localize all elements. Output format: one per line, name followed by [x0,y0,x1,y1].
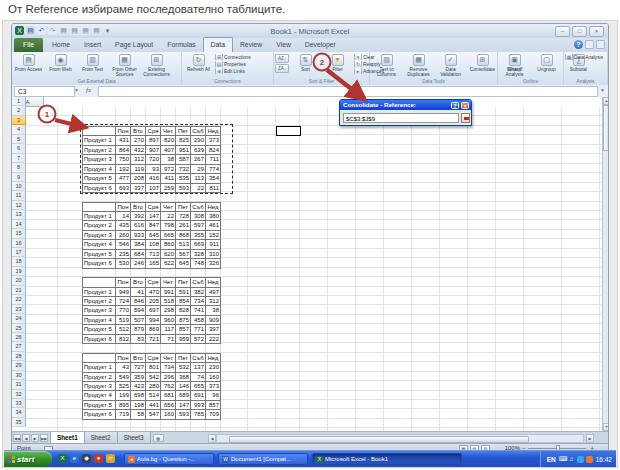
table-cell[interactable]: 993 [191,401,206,410]
table-cell[interactable]: 909 [206,316,221,325]
row-header-4[interactable]: 4 [12,125,26,134]
table-cell[interactable]: 146 [176,382,191,391]
close-button[interactable]: × [589,26,604,37]
horizontal-scroll-track[interactable] [216,434,584,443]
table-cell[interactable]: 147 [176,401,191,410]
table-day-header[interactable]: Съб [191,278,206,287]
ribbon-button-ungroup[interactable]: ▢Ungroup [531,53,562,72]
restore-button[interactable]: □ [572,26,587,37]
row-header-10[interactable]: 10 [12,182,26,191]
table-row-label[interactable]: Продукт 5 [83,250,116,259]
ribbon-button-from-other-sources[interactable]: ▦From Other Sources [109,53,140,78]
table-cell[interactable]: 812 [116,335,131,344]
table-cell[interactable]: 58 [131,410,146,419]
table-cell[interactable]: 435 [116,221,131,230]
formula-input[interactable] [98,86,598,97]
row-header-21[interactable]: 21 [12,286,26,295]
table-cell[interactable]: 681 [161,391,176,400]
table-cell[interactable]: 458 [191,316,206,325]
table-cell[interactable]: 152 [206,231,221,240]
table-cell[interactable]: 801 [146,363,161,372]
row-header-5[interactable]: 5 [12,135,26,144]
row-header-25[interactable]: 25 [12,324,26,333]
ribbon-button-from-web[interactable]: ◉From Web [45,53,76,72]
table-cell[interactable]: 594 [131,306,146,315]
row-header-16[interactable]: 16 [12,239,26,248]
table-cell[interactable]: 734 [191,297,206,306]
table-cell[interactable]: 771 [191,325,206,334]
quicklaunch-app-red-icon[interactable]: ● [94,454,103,463]
first-sheet-icon[interactable]: ◀◀ [13,434,21,442]
dialog-title-bar[interactable]: Consolidate - Reference: ? × [340,100,471,110]
table-cell[interactable]: 857 [206,401,221,410]
table-cell[interactable]: 960 [161,316,176,325]
table-cell[interactable]: 43 [116,363,131,372]
row-header-6[interactable]: 6 [12,144,26,153]
row-header-30[interactable]: 30 [12,371,26,380]
ribbon-button-group[interactable]: ▣Group [499,53,530,72]
table-cell[interactable]: 296 [161,373,176,382]
table-row-label[interactable]: Продукт 1 [83,288,116,297]
table-cell[interactable]: 591 [176,288,191,297]
row-header-27[interactable]: 27 [12,342,26,351]
table-cell[interactable]: 847 [146,221,161,230]
table-cell[interactable]: 991 [161,288,176,297]
table-day-header[interactable]: Пон [116,203,131,212]
row-header-12[interactable]: 12 [12,201,26,210]
table-cell[interactable]: 959 [176,335,191,344]
tab-file[interactable]: File [14,38,43,52]
vertical-scrollbar[interactable]: ▲ ▼ [602,97,609,431]
table-cell[interactable]: 514 [146,391,161,400]
table-cell[interactable]: 312 [206,297,221,306]
horizontal-scrollbar[interactable]: ◀ ▶ [208,434,594,443]
table-cell[interactable]: 470 [146,288,161,297]
row-header-14[interactable]: 14 [12,220,26,229]
table-cell[interactable]: 616 [131,221,146,230]
table-day-header[interactable]: Нед [206,203,221,212]
table-cell[interactable]: 423 [131,382,146,391]
table-day-header[interactable]: Съб [191,354,206,363]
table-cell[interactable]: 879 [131,325,146,334]
scroll-right-icon[interactable]: ▶ [586,434,594,443]
ribbon-button-refresh-all[interactable]: ↻Refresh All [183,53,214,72]
table-cell[interactable]: 828 [176,306,191,315]
table-cell[interactable]: 280 [146,382,161,391]
row-header-8[interactable]: 8 [12,163,26,172]
table-cell[interactable]: 83 [131,335,146,344]
row-header-1[interactable]: 1 [12,97,26,106]
table-cell[interactable]: 770 [116,306,131,315]
row-header-22[interactable]: 22 [12,295,26,304]
table-cell[interactable]: 507 [131,316,146,325]
table-cell[interactable]: 497 [206,288,221,297]
table-cell[interactable]: 620 [161,250,176,259]
table-cell[interactable]: 868 [176,231,191,240]
table-day-header[interactable]: Сря [146,278,161,287]
table-cell[interactable]: 328 [191,250,206,259]
row-header-33[interactable]: 33 [12,399,26,408]
table-cell[interactable]: 532 [176,363,191,372]
clock[interactable]: 16:42 [596,456,612,463]
row-header-31[interactable]: 31 [12,380,26,389]
table-row-label[interactable]: Продукт 6 [83,335,116,344]
start-button[interactable]: start [4,451,52,467]
minimize-ribbon-icon[interactable] [585,40,594,49]
table-day-header[interactable]: Пет [176,278,191,287]
dialog-help-icon[interactable]: ? [451,102,459,110]
table-day-header[interactable]: Сря [146,203,161,212]
ribbon-button-remove-duplicates[interactable]: ▦Remove Duplicates [403,53,434,78]
ribbon-button-sort[interactable]: ⇅Sort [290,53,321,72]
minimize-button[interactable]: – [555,26,570,37]
tab-data[interactable]: Data [203,37,233,52]
table-cell[interactable]: 397 [206,325,221,334]
table-row-label[interactable]: Продукт 2 [83,221,116,230]
ribbon-button-data-analysis[interactable]: ▦Data Analysis [565,54,603,60]
next-sheet-icon[interactable]: ▶ [31,434,39,442]
row-header-34[interactable]: 34 [12,408,26,417]
name-box[interactable]: C3 [14,86,75,97]
table-cell[interactable]: 869 [146,325,161,334]
tab-view[interactable]: View [269,38,298,52]
table-cell[interactable]: 762 [161,382,176,391]
ribbon-button-data-validation[interactable]: ✓Data Validation [435,53,466,78]
row-header-13[interactable]: 13 [12,210,26,219]
table-day-header[interactable]: Пон [116,354,131,363]
